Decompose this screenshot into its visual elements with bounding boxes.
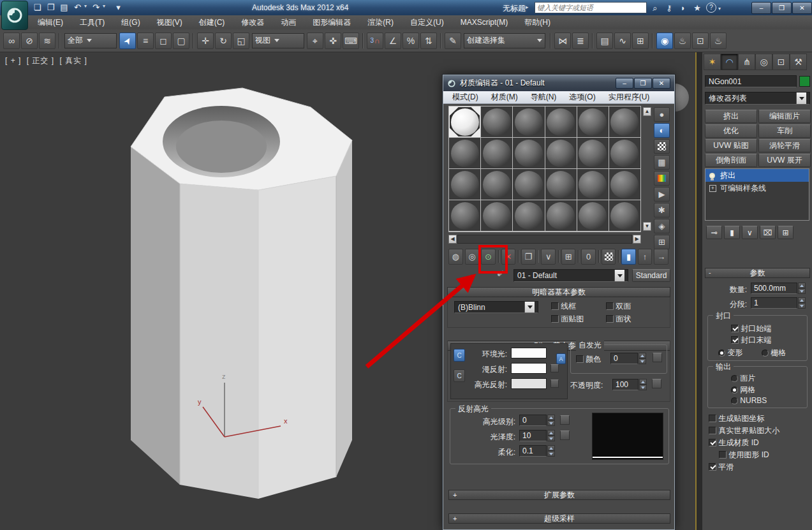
make-preview-icon[interactable]: ▶ xyxy=(654,187,670,202)
soften-spinner[interactable]: 0.1 xyxy=(519,445,555,457)
spin-up-icon[interactable] xyxy=(798,283,806,288)
rollout-shader-basic-params[interactable]: - 明暗器基本参数 xyxy=(447,287,670,297)
tab-create[interactable]: ✶ xyxy=(704,54,721,70)
cap-start-checkbox[interactable]: 封口始端 xyxy=(731,323,771,334)
slots-scroll-up-icon[interactable]: ▲ xyxy=(643,107,651,116)
select-and-scale-button[interactable]: ◱ xyxy=(233,33,249,49)
menu-animation[interactable]: 动画 xyxy=(272,15,304,29)
slots-scroll-right-icon[interactable]: ▶ xyxy=(633,235,641,244)
opacity-map-button[interactable] xyxy=(652,379,661,388)
diffuse-map-button[interactable] xyxy=(550,364,559,372)
object-name-field[interactable]: NGon001 xyxy=(705,75,797,87)
tab-motion[interactable]: ◎ xyxy=(755,54,772,70)
redo-dropdown-icon[interactable]: ▾ xyxy=(103,4,108,11)
make-unique-button[interactable]: ∨ xyxy=(541,249,556,265)
select-and-manipulate-button[interactable]: ✜ xyxy=(325,33,341,49)
edit-named-selection-sets-button[interactable]: ✎ xyxy=(445,33,461,49)
uvw-map-button[interactable]: UVW 贴图 xyxy=(705,139,757,152)
material-sample-slot[interactable] xyxy=(481,169,512,200)
nurbs-radio[interactable]: NURBS xyxy=(731,396,767,405)
spin-down-icon[interactable] xyxy=(547,420,555,426)
menu-create[interactable]: 创建(C) xyxy=(191,15,233,29)
material-sample-slot[interactable] xyxy=(513,138,544,168)
material-sample-slot[interactable] xyxy=(449,138,480,168)
amount-spinner[interactable]: 500.0mm xyxy=(751,283,806,294)
spin-up-icon[interactable] xyxy=(798,297,806,303)
lock-ambient-diffuse-button[interactable]: C xyxy=(454,349,465,362)
material-sample-slot[interactable] xyxy=(545,138,577,168)
spinner-snap-toggle-button[interactable]: ⇅ xyxy=(420,33,437,49)
self-illum-color-checkbox[interactable]: 颜色 xyxy=(576,354,601,365)
pin-stack-button[interactable]: ⊸ xyxy=(706,226,722,239)
slots-scroll-left-icon[interactable]: ◀ xyxy=(448,235,457,244)
material-sample-slot[interactable] xyxy=(449,169,480,200)
select-and-link-button[interactable]: ∞ xyxy=(3,33,20,49)
spin-up-icon[interactable] xyxy=(547,415,555,420)
material-sample-slot[interactable] xyxy=(545,169,577,200)
open-file-icon[interactable]: ❐ xyxy=(44,1,57,13)
material-editor-options-icon[interactable]: ✱ xyxy=(654,203,670,217)
lightbulb-icon[interactable] xyxy=(709,173,715,179)
material-sample-slot[interactable] xyxy=(513,107,544,137)
smooth-checkbox[interactable]: 平滑 xyxy=(709,462,734,473)
pick-material-from-object-button[interactable]: ✐ xyxy=(497,269,510,282)
material-sample-slot[interactable] xyxy=(609,107,640,137)
mirror-button[interactable]: ⋈ xyxy=(554,33,571,49)
rollout-supersampling[interactable]: + 超级采样 xyxy=(448,513,670,524)
new-file-icon[interactable]: ❏ xyxy=(31,1,44,13)
rendered-frame-window-button[interactable]: ⊡ xyxy=(692,33,709,49)
snap-toggle-3d-button[interactable]: 3∩ xyxy=(367,33,383,49)
menu-rendering[interactable]: 渲染(R) xyxy=(359,15,402,29)
faceted-checkbox[interactable]: 面状 xyxy=(606,314,631,325)
real-world-map-size-checkbox[interactable]: 真实世界贴图大小 xyxy=(709,425,779,436)
menu-edit[interactable]: 编辑(E) xyxy=(29,15,71,29)
maximize-icon[interactable]: ❐ xyxy=(772,2,792,14)
spin-down-icon[interactable] xyxy=(547,436,555,441)
remove-modifier-button[interactable]: ⌧ xyxy=(760,226,776,239)
selection-filter-dropdown[interactable]: 全部 xyxy=(64,33,117,48)
sample-uv-tiling-icon[interactable]: ▦ xyxy=(654,155,670,170)
select-object-button[interactable]: ➤ xyxy=(119,33,136,49)
help-dropdown-icon[interactable]: ▾ xyxy=(718,2,723,13)
sample-type-icon[interactable]: ● xyxy=(654,107,670,122)
make-unique-button[interactable]: ∨ xyxy=(742,226,758,239)
material-sample-slot[interactable] xyxy=(577,169,609,200)
show-map-in-viewport-button[interactable] xyxy=(602,249,616,265)
object-color-swatch[interactable] xyxy=(799,76,810,87)
turbosmooth-button[interactable]: 涡轮平滑 xyxy=(758,139,811,152)
qat-overflow-icon[interactable]: ▾ xyxy=(112,1,125,13)
video-color-check-icon[interactable] xyxy=(654,171,670,186)
material-sample-slot[interactable] xyxy=(481,107,512,137)
mesh-radio[interactable]: 网格 xyxy=(731,385,755,395)
tab-modify[interactable]: ◠ xyxy=(721,54,738,70)
generate-material-ids-checkbox[interactable]: 生成材质 ID xyxy=(709,438,759,448)
shader-type-dropdown[interactable]: (B)Blinn xyxy=(454,301,538,313)
redo-icon[interactable]: ↷ xyxy=(89,1,103,13)
material-sample-slot[interactable] xyxy=(481,138,512,168)
render-production-button[interactable]: ♨ xyxy=(710,33,727,49)
rollout-extended-params[interactable]: + 扩展参数 xyxy=(448,490,670,500)
spin-up-icon[interactable] xyxy=(547,430,555,436)
bevel-profile-button[interactable]: 倒角剖面 xyxy=(705,154,757,167)
diffuse-color-swatch[interactable] xyxy=(511,363,547,374)
material-sample-slot[interactable] xyxy=(513,169,544,200)
material-type-button[interactable]: Standard xyxy=(632,269,670,282)
close-icon[interactable]: ✕ xyxy=(653,78,670,89)
material-sample-slot[interactable] xyxy=(449,200,480,231)
material-sample-slot[interactable] xyxy=(513,200,544,231)
menu-help[interactable]: 帮助(H) xyxy=(516,15,559,29)
infocenter-expand-icon[interactable]: ▸ xyxy=(526,4,529,10)
rectangular-selection-region-button[interactable]: ◻ xyxy=(155,33,172,49)
me-menu-material[interactable]: 材质(M) xyxy=(485,92,524,103)
subscription-key-icon[interactable]: ⚷ xyxy=(662,2,676,13)
spin-up-icon[interactable] xyxy=(639,353,646,358)
undo-icon[interactable]: ↶ xyxy=(71,1,84,13)
glossiness-spinner[interactable]: 10 xyxy=(519,430,555,441)
material-sample-slot[interactable] xyxy=(609,138,640,168)
menu-group[interactable]: 组(G) xyxy=(113,15,148,29)
gen-mapping-coords-checkbox[interactable]: 生成贴图坐标 xyxy=(709,413,764,424)
max-logo-button[interactable] xyxy=(1,1,28,30)
extrude-button[interactable]: 挤出 xyxy=(705,110,757,123)
specular-level-spinner[interactable]: 0 xyxy=(519,415,555,426)
grid-radio[interactable]: 栅格 xyxy=(762,348,786,358)
